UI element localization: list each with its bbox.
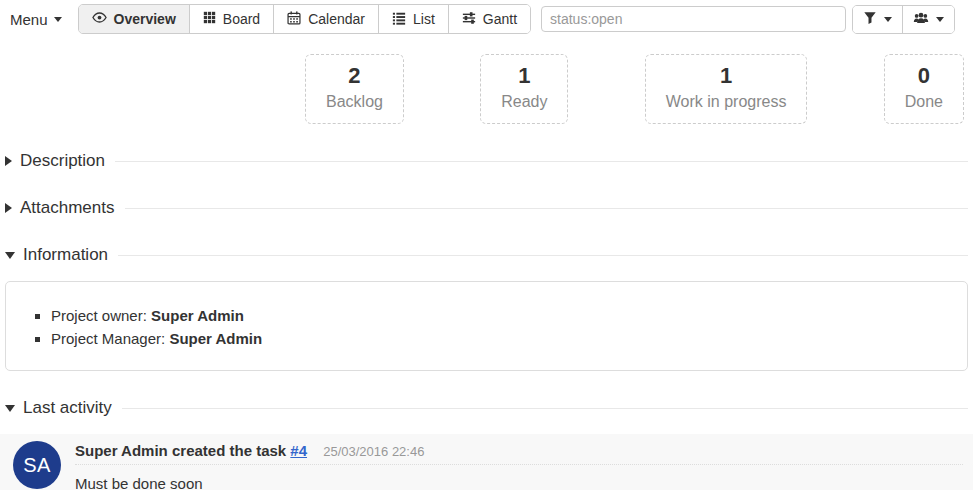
list-icon: [392, 11, 406, 28]
section-description[interactable]: Description: [5, 151, 968, 171]
information-title: Information: [23, 245, 108, 265]
activity-event: SA Super Admin created the task #4 25/03…: [0, 434, 973, 490]
project-manager-value: Super Admin: [169, 330, 262, 347]
project-owner-label: Project owner:: [51, 307, 147, 324]
tab-gantt[interactable]: Gantt: [448, 5, 530, 33]
triangle-down-icon: [5, 405, 15, 412]
triangle-right-icon: [5, 203, 12, 213]
summary-box-ready: 1 Ready: [480, 54, 568, 124]
last-activity-title: Last activity: [23, 398, 112, 418]
toolbar: Menu Overview Board Calendar: [5, 0, 968, 34]
board-grid-icon: [203, 11, 216, 27]
menu-label: Menu: [10, 11, 48, 28]
task-link[interactable]: #4: [290, 442, 307, 459]
description-title: Description: [20, 151, 105, 171]
information-panel: Project owner: Super Admin Project Manag…: [5, 281, 968, 371]
task-summary-row: 2 Backlog 1 Ready 1 Work in progress 0 D…: [305, 54, 964, 124]
summary-box-done: 0 Done: [884, 54, 964, 124]
attachments-title: Attachments: [20, 198, 115, 218]
users-dropdown-button[interactable]: [902, 6, 954, 33]
ready-count: 1: [501, 62, 547, 90]
section-information[interactable]: Information: [5, 245, 968, 265]
activity-content: Super Admin created the task #4 25/03/20…: [75, 441, 963, 490]
activity-timestamp: 25/03/2016 22:46: [323, 444, 424, 459]
divider: [118, 255, 968, 256]
triangle-down-icon: [5, 252, 15, 259]
triangle-right-icon: [5, 156, 12, 166]
view-switcher: Overview Board Calendar List: [78, 4, 532, 34]
gantt-sliders-icon: [462, 11, 476, 28]
project-manager-label: Project Manager:: [51, 330, 165, 347]
work-in-progress-count: 1: [666, 62, 787, 90]
menu-dropdown[interactable]: Menu: [8, 7, 64, 32]
backlog-count: 2: [326, 62, 383, 90]
summary-box-work-in-progress: 1 Work in progress: [645, 54, 808, 124]
divider: [122, 408, 968, 409]
tab-board[interactable]: Board: [189, 5, 273, 33]
search-input[interactable]: [541, 6, 846, 32]
tab-gantt-label: Gantt: [483, 11, 517, 27]
list-item: Project owner: Super Admin: [51, 304, 952, 327]
divider: [115, 161, 968, 162]
filter-dropdown-button[interactable]: [853, 6, 902, 33]
tab-calendar-label: Calendar: [308, 11, 365, 27]
information-list: Project owner: Super Admin Project Manag…: [21, 304, 952, 350]
chevron-down-icon: [936, 17, 944, 22]
eye-icon: [92, 10, 107, 28]
filter-button-group: [852, 5, 955, 34]
list-item: Project Manager: Super Admin: [51, 327, 952, 350]
tab-overview-label: Overview: [114, 11, 176, 27]
filter-funnel-icon: [863, 11, 877, 28]
ready-label: Ready: [501, 90, 547, 114]
project-overview-page: Menu Overview Board Calendar: [0, 0, 973, 490]
activity-title-row: Super Admin created the task #4 25/03/20…: [75, 441, 963, 465]
tab-board-label: Board: [223, 11, 260, 27]
section-last-activity[interactable]: Last activity: [5, 398, 968, 418]
done-label: Done: [905, 90, 943, 114]
calendar-icon: [287, 11, 301, 28]
divider: [125, 208, 969, 209]
section-attachments[interactable]: Attachments: [5, 198, 968, 218]
summary-box-backlog: 2 Backlog: [305, 54, 404, 124]
backlog-label: Backlog: [326, 90, 383, 114]
activity-description: Must be done soon: [75, 474, 963, 490]
tab-calendar[interactable]: Calendar: [273, 5, 378, 33]
chevron-down-icon: [884, 17, 892, 22]
work-in-progress-label: Work in progress: [666, 90, 787, 114]
tab-overview[interactable]: Overview: [79, 5, 189, 33]
avatar: SA: [13, 441, 61, 489]
activity-title: Super Admin created the task: [75, 442, 286, 459]
chevron-down-icon: [54, 17, 62, 22]
done-count: 0: [905, 62, 943, 90]
tab-list[interactable]: List: [378, 5, 448, 33]
tab-list-label: List: [413, 11, 435, 27]
users-icon: [913, 11, 929, 28]
project-owner-value: Super Admin: [151, 307, 244, 324]
